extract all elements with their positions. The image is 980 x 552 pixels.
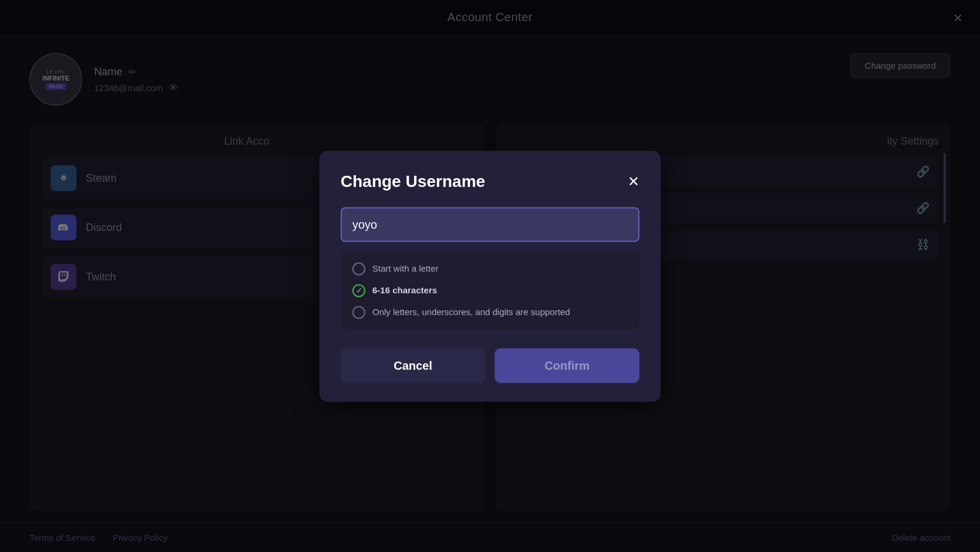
modal-header: Change Username ✕: [341, 172, 639, 190]
validation-icon-2: [352, 306, 365, 319]
validation-item-2: Only letters, underscores, and digits ar…: [352, 305, 628, 319]
validation-text-0: Start with a letter: [372, 262, 439, 274]
validation-text-2: Only letters, underscores, and digits ar…: [372, 305, 570, 317]
username-input[interactable]: [341, 207, 639, 242]
validation-box: Start with a letter 6-16 characters Only…: [341, 251, 639, 329]
validation-icon-0: [352, 262, 365, 275]
modal-close-icon[interactable]: ✕: [628, 174, 639, 188]
validation-icon-1: [352, 284, 365, 297]
confirm-button[interactable]: Confirm: [495, 348, 639, 383]
validation-item-0: Start with a letter: [352, 262, 628, 275]
change-username-modal: Change Username ✕ Start with a letter 6-…: [319, 150, 661, 402]
modal-title: Change Username: [341, 172, 485, 190]
modal-buttons: Cancel Confirm: [341, 348, 639, 383]
cancel-button[interactable]: Cancel: [341, 348, 485, 383]
validation-text-1: 6-16 characters: [372, 283, 437, 296]
validation-item-1: 6-16 characters: [352, 283, 628, 297]
